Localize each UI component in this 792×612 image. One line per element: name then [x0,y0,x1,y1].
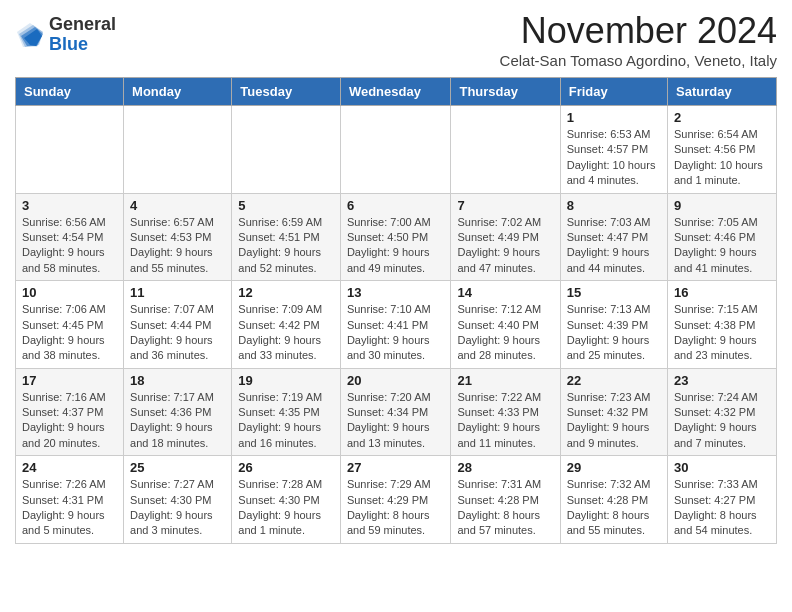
day-info: Sunrise: 7:10 AM Sunset: 4:41 PM Dayligh… [347,302,445,364]
logo-text: General Blue [49,15,116,55]
logo: General Blue [15,15,116,55]
day-number: 20 [347,373,445,388]
day-number: 16 [674,285,770,300]
day-number: 30 [674,460,770,475]
col-sunday: Sunday [16,78,124,106]
col-saturday: Saturday [668,78,777,106]
day-number: 11 [130,285,225,300]
table-row: 28Sunrise: 7:31 AM Sunset: 4:28 PM Dayli… [451,456,560,544]
day-info: Sunrise: 7:24 AM Sunset: 4:32 PM Dayligh… [674,390,770,452]
table-row [340,106,451,194]
table-row: 18Sunrise: 7:17 AM Sunset: 4:36 PM Dayli… [124,368,232,456]
day-info: Sunrise: 6:57 AM Sunset: 4:53 PM Dayligh… [130,215,225,277]
day-number: 2 [674,110,770,125]
day-number: 15 [567,285,661,300]
logo-blue-text: Blue [49,35,116,55]
day-number: 25 [130,460,225,475]
day-info: Sunrise: 7:27 AM Sunset: 4:30 PM Dayligh… [130,477,225,539]
day-number: 19 [238,373,334,388]
calendar: Sunday Monday Tuesday Wednesday Thursday… [15,77,777,544]
location-title: Celat-San Tomaso Agordino, Veneto, Italy [500,52,777,69]
calendar-week-row: 1Sunrise: 6:53 AM Sunset: 4:57 PM Daylig… [16,106,777,194]
table-row: 20Sunrise: 7:20 AM Sunset: 4:34 PM Dayli… [340,368,451,456]
table-row: 12Sunrise: 7:09 AM Sunset: 4:42 PM Dayli… [232,281,341,369]
day-info: Sunrise: 7:19 AM Sunset: 4:35 PM Dayligh… [238,390,334,452]
calendar-week-row: 17Sunrise: 7:16 AM Sunset: 4:37 PM Dayli… [16,368,777,456]
table-row: 7Sunrise: 7:02 AM Sunset: 4:49 PM Daylig… [451,193,560,281]
day-number: 22 [567,373,661,388]
day-info: Sunrise: 7:29 AM Sunset: 4:29 PM Dayligh… [347,477,445,539]
month-title: November 2024 [500,10,777,52]
day-number: 3 [22,198,117,213]
col-wednesday: Wednesday [340,78,451,106]
day-info: Sunrise: 6:53 AM Sunset: 4:57 PM Dayligh… [567,127,661,189]
day-info: Sunrise: 7:06 AM Sunset: 4:45 PM Dayligh… [22,302,117,364]
day-number: 5 [238,198,334,213]
day-info: Sunrise: 7:12 AM Sunset: 4:40 PM Dayligh… [457,302,553,364]
day-info: Sunrise: 7:28 AM Sunset: 4:30 PM Dayligh… [238,477,334,539]
table-row: 15Sunrise: 7:13 AM Sunset: 4:39 PM Dayli… [560,281,667,369]
day-info: Sunrise: 6:59 AM Sunset: 4:51 PM Dayligh… [238,215,334,277]
table-row: 10Sunrise: 7:06 AM Sunset: 4:45 PM Dayli… [16,281,124,369]
table-row: 11Sunrise: 7:07 AM Sunset: 4:44 PM Dayli… [124,281,232,369]
day-info: Sunrise: 6:54 AM Sunset: 4:56 PM Dayligh… [674,127,770,189]
day-info: Sunrise: 7:05 AM Sunset: 4:46 PM Dayligh… [674,215,770,277]
day-info: Sunrise: 7:32 AM Sunset: 4:28 PM Dayligh… [567,477,661,539]
day-info: Sunrise: 7:17 AM Sunset: 4:36 PM Dayligh… [130,390,225,452]
day-number: 21 [457,373,553,388]
col-thursday: Thursday [451,78,560,106]
day-number: 7 [457,198,553,213]
table-row: 14Sunrise: 7:12 AM Sunset: 4:40 PM Dayli… [451,281,560,369]
day-number: 10 [22,285,117,300]
day-number: 12 [238,285,334,300]
day-info: Sunrise: 7:15 AM Sunset: 4:38 PM Dayligh… [674,302,770,364]
day-number: 29 [567,460,661,475]
table-row [232,106,341,194]
table-row: 16Sunrise: 7:15 AM Sunset: 4:38 PM Dayli… [668,281,777,369]
logo-general-text: General [49,15,116,35]
day-number: 4 [130,198,225,213]
day-number: 8 [567,198,661,213]
day-info: Sunrise: 6:56 AM Sunset: 4:54 PM Dayligh… [22,215,117,277]
col-monday: Monday [124,78,232,106]
day-number: 27 [347,460,445,475]
calendar-header-row: Sunday Monday Tuesday Wednesday Thursday… [16,78,777,106]
table-row: 8Sunrise: 7:03 AM Sunset: 4:47 PM Daylig… [560,193,667,281]
day-info: Sunrise: 7:20 AM Sunset: 4:34 PM Dayligh… [347,390,445,452]
day-number: 9 [674,198,770,213]
calendar-week-row: 3Sunrise: 6:56 AM Sunset: 4:54 PM Daylig… [16,193,777,281]
day-number: 13 [347,285,445,300]
table-row [451,106,560,194]
day-number: 17 [22,373,117,388]
day-info: Sunrise: 7:03 AM Sunset: 4:47 PM Dayligh… [567,215,661,277]
table-row [124,106,232,194]
col-friday: Friday [560,78,667,106]
table-row: 13Sunrise: 7:10 AM Sunset: 4:41 PM Dayli… [340,281,451,369]
day-number: 26 [238,460,334,475]
day-number: 23 [674,373,770,388]
day-info: Sunrise: 7:22 AM Sunset: 4:33 PM Dayligh… [457,390,553,452]
table-row: 19Sunrise: 7:19 AM Sunset: 4:35 PM Dayli… [232,368,341,456]
table-row: 4Sunrise: 6:57 AM Sunset: 4:53 PM Daylig… [124,193,232,281]
day-number: 14 [457,285,553,300]
table-row: 21Sunrise: 7:22 AM Sunset: 4:33 PM Dayli… [451,368,560,456]
day-number: 24 [22,460,117,475]
table-row: 27Sunrise: 7:29 AM Sunset: 4:29 PM Dayli… [340,456,451,544]
table-row: 29Sunrise: 7:32 AM Sunset: 4:28 PM Dayli… [560,456,667,544]
day-info: Sunrise: 7:02 AM Sunset: 4:49 PM Dayligh… [457,215,553,277]
day-number: 1 [567,110,661,125]
table-row: 1Sunrise: 6:53 AM Sunset: 4:57 PM Daylig… [560,106,667,194]
table-row: 26Sunrise: 7:28 AM Sunset: 4:30 PM Dayli… [232,456,341,544]
day-info: Sunrise: 7:31 AM Sunset: 4:28 PM Dayligh… [457,477,553,539]
day-info: Sunrise: 7:33 AM Sunset: 4:27 PM Dayligh… [674,477,770,539]
calendar-week-row: 10Sunrise: 7:06 AM Sunset: 4:45 PM Dayli… [16,281,777,369]
table-row: 30Sunrise: 7:33 AM Sunset: 4:27 PM Dayli… [668,456,777,544]
table-row: 2Sunrise: 6:54 AM Sunset: 4:56 PM Daylig… [668,106,777,194]
table-row [16,106,124,194]
day-number: 28 [457,460,553,475]
header: General Blue November 2024 Celat-San Tom… [15,10,777,69]
title-area: November 2024 Celat-San Tomaso Agordino,… [500,10,777,69]
table-row: 25Sunrise: 7:27 AM Sunset: 4:30 PM Dayli… [124,456,232,544]
day-info: Sunrise: 7:13 AM Sunset: 4:39 PM Dayligh… [567,302,661,364]
day-number: 18 [130,373,225,388]
